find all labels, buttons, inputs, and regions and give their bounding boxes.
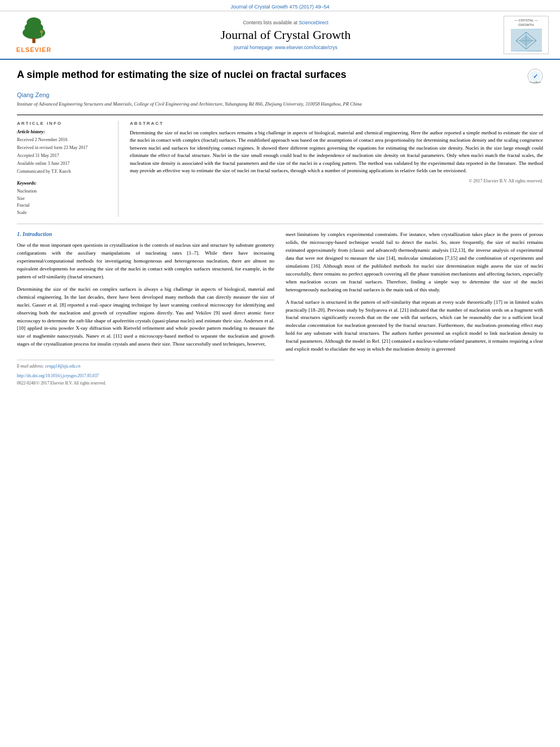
copyright-line: © 2017 Elsevier B.V. All rights reserved… xyxy=(130,178,543,184)
homepage-line: journal homepage: www.elsevier.com/locat… xyxy=(68,45,504,50)
abstract-column: ABSTRACT Determining the size of nuclei … xyxy=(130,121,543,217)
footer-bottom: 0022-0248/© 2017 Elsevier B.V. All right… xyxy=(17,381,274,386)
sciencedirect-line: Contents lists available at ScienceDirec… xyxy=(68,20,504,25)
keywords-label: Keywords: xyxy=(17,181,112,186)
introduction-heading: 1. Introduction xyxy=(17,231,274,237)
keyword-fractal: Fractal xyxy=(17,202,112,209)
article-footer: E-mail address: cengq14@zju.edu.cn http:… xyxy=(17,360,274,386)
right-paragraph-1: meet limitations by complex experimental… xyxy=(286,231,543,294)
keyword-size: Size xyxy=(17,195,112,203)
article-info-column: ARTICLE INFO Article history: Received 2… xyxy=(17,121,119,217)
affiliation: Institute of Advanced Engineering Struct… xyxy=(17,101,543,108)
elsevier-tree-icon xyxy=(17,16,51,45)
journal-title: Journal of Crystal Growth xyxy=(68,28,504,42)
svg-rect-3 xyxy=(32,38,35,43)
crystal-logo-text: — CRYSTAL —GROWTH xyxy=(514,19,538,28)
top-bar: Journal of Crystal Growth 475 (2017) 49–… xyxy=(0,0,560,11)
sciencedirect-link[interactable]: ScienceDirect xyxy=(299,20,328,25)
article-info-abstract-section: ARTICLE INFO Article history: Received 2… xyxy=(17,115,543,217)
communicated-by: Communicated by T.F. Kuech xyxy=(17,168,112,175)
keyword-nucleation: Nucleation xyxy=(17,188,112,195)
email-label: E-mail address: xyxy=(17,364,44,369)
accepted-date: Accepted 31 May 2017 xyxy=(17,152,112,159)
abstract-text: Determining the size of nuclei on comple… xyxy=(130,129,543,175)
author-name: Qiang Zeng xyxy=(17,91,543,98)
article-history-label: Article history: xyxy=(17,129,112,134)
received-date: Received 2 November 2016 xyxy=(17,137,112,143)
right-paragraph-2: A fractal surface is structured in the p… xyxy=(286,299,543,354)
crystal-growth-logo: — CRYSTAL —GROWTH xyxy=(504,16,549,54)
intro-paragraph-1: One of the most important open questions… xyxy=(17,242,274,281)
keywords-list: Nucleation Size Fractal Scale xyxy=(17,188,112,217)
article-body: 1. Introduction One of the most importan… xyxy=(17,231,543,386)
doi-link[interactable]: http://dx.doi.org/10.1016/j.jcrysgro.201… xyxy=(17,373,99,378)
crystal-logo-image xyxy=(511,29,542,51)
issn-text: 0022-0248/© 2017 Elsevier B.V. All right… xyxy=(17,381,106,386)
journal-citation: Journal of Crystal Growth 475 (2017) 49–… xyxy=(230,4,329,10)
article-content: A simple method for estimating the size … xyxy=(0,60,560,395)
body-right-column: meet limitations by complex experimental… xyxy=(286,231,543,386)
elsevier-brand-text: ELSEVIER xyxy=(16,46,51,53)
svg-point-4 xyxy=(40,30,43,33)
abstract-heading: ABSTRACT xyxy=(130,121,543,126)
journal-header: ELSEVIER Contents lists available at Sci… xyxy=(0,11,560,60)
intro-paragraph-2: Determining the size of the nuclei on co… xyxy=(17,286,274,349)
header-center: Contents lists available at ScienceDirec… xyxy=(68,20,504,50)
svg-text:CrossMark: CrossMark xyxy=(530,81,540,84)
svg-text:✓: ✓ xyxy=(533,73,538,80)
crossmark-icon: ✓ CrossMark xyxy=(527,68,543,84)
article-title: A simple method for estimating the size … xyxy=(17,68,527,81)
available-date: Available online 3 June 2017 xyxy=(17,160,112,167)
elsevier-logo: ELSEVIER xyxy=(11,16,56,53)
body-left-column: 1. Introduction One of the most importan… xyxy=(17,231,274,386)
revised-date: Received in revised form 23 May 2017 xyxy=(17,145,112,151)
article-info-heading: ARTICLE INFO xyxy=(17,121,112,126)
section-divider xyxy=(17,224,543,224)
footer-email: E-mail address: cengq14@zju.edu.cn xyxy=(17,364,274,369)
keyword-scale: Scale xyxy=(17,209,112,217)
email-link[interactable]: cengq14@zju.edu.cn xyxy=(45,364,81,369)
